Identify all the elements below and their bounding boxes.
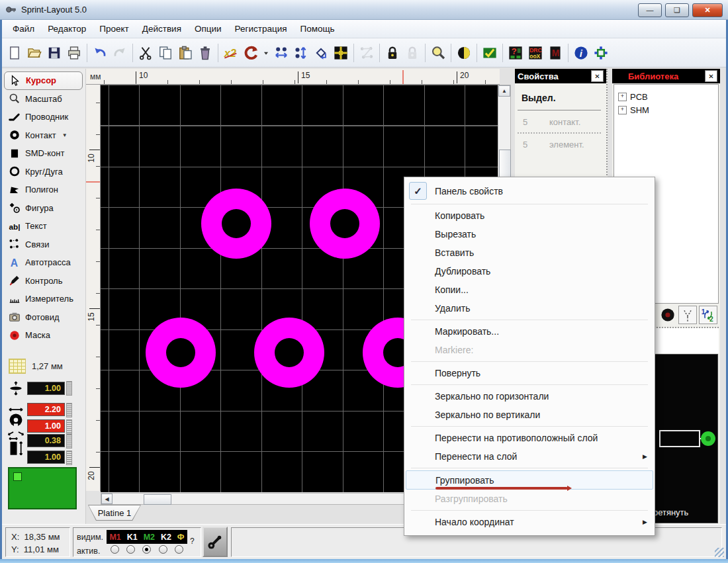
rotate-selection-icon[interactable] — [311, 42, 331, 64]
tree-item-shm[interactable]: + SHM — [618, 103, 718, 116]
context-item-Зеркально-по-вертикали[interactable]: Зеркально по вертикали — [404, 406, 655, 424]
mirror-horizontal-icon[interactable] — [271, 42, 291, 64]
paste-icon[interactable] — [175, 42, 195, 64]
tool-text[interactable]: ab|Текст — [2, 217, 85, 236]
save-icon[interactable] — [44, 42, 64, 64]
tool-polygon[interactable]: Полигон — [2, 181, 85, 199]
active-layer-radio-M2[interactable] — [142, 545, 151, 554]
board-overview-preview[interactable] — [8, 467, 77, 509]
pad-shape-icon[interactable] — [659, 306, 676, 324]
context-item-Группировать[interactable]: Группировать — [406, 470, 653, 490]
tool-autoroute[interactable]: AАвтотрасса — [2, 253, 85, 272]
pcb-pad[interactable] — [254, 318, 324, 388]
connections-icon[interactable] — [357, 42, 377, 64]
tool-links[interactable]: Связи — [2, 236, 85, 254]
new-icon[interactable] — [5, 42, 24, 64]
context-item-Разгруппировать[interactable]: Разгруппировать — [404, 490, 655, 508]
menu-item-Редактор[interactable]: Редактор — [41, 21, 93, 36]
pad-drill-spinner[interactable] — [66, 419, 72, 434]
tool-contact[interactable]: Контакт▼ — [2, 126, 85, 145]
tree-item-pcb[interactable]: + PCB — [618, 90, 718, 103]
layer-label-M1[interactable]: M1 — [109, 533, 120, 542]
menu-item-Регистрация[interactable]: Регистрация — [228, 21, 294, 36]
tool-cursor[interactable]: Курсор — [4, 71, 83, 90]
context-item-Начало-координат[interactable]: Начало координат▶ — [404, 513, 655, 531]
redo-icon[interactable] — [110, 42, 130, 64]
help-board-icon[interactable]: ? — [506, 42, 525, 64]
tool-measure[interactable]: Измеритель — [2, 290, 85, 308]
photoview-icon[interactable] — [454, 42, 474, 64]
context-item-Копии-[interactable]: Копии... — [404, 281, 655, 299]
delete-icon[interactable] — [195, 42, 215, 64]
cut-icon[interactable] — [136, 42, 156, 64]
drc-icon[interactable]: DRCooX — [525, 42, 545, 64]
context-item-Вставить[interactable]: Вставить — [404, 243, 655, 262]
menu-item-Помощь[interactable]: Помощь — [294, 21, 341, 36]
properties-close-button[interactable]: ✕ — [591, 70, 604, 82]
copy-icon[interactable] — [156, 42, 175, 64]
active-layer-radio-K1[interactable] — [126, 545, 135, 554]
pcb-pad[interactable] — [310, 189, 380, 259]
menu-item-Опции[interactable]: Опции — [188, 21, 228, 36]
swap-layers-icon[interactable]: 12 — [699, 306, 717, 324]
tool-smd[interactable]: SMD-конт — [2, 144, 85, 163]
layer-visibility-box[interactable]: M1K1M2K2Ф — [107, 530, 187, 544]
layer-label-K2[interactable]: K2 — [161, 533, 171, 542]
tree-expand-icon[interactable]: + — [618, 93, 627, 101]
context-item-Копировать[interactable]: Копировать — [404, 206, 655, 225]
context-item-Маркировать-[interactable]: Маркировать... — [404, 322, 655, 341]
title-bar[interactable]: Sprint-Layout 5.0 — ❏ ✕ — [0, 0, 728, 20]
layer-label-Ф[interactable]: Ф — [177, 533, 185, 542]
tool-control[interactable]: Контроль — [2, 272, 85, 290]
close-button[interactable]: ✕ — [692, 3, 723, 17]
layer-label-K1[interactable]: K1 — [127, 533, 138, 542]
smd-height-field[interactable]: 1.00 — [27, 451, 65, 464]
context-item-Markiere-[interactable]: Markiere: — [404, 341, 655, 359]
track-width-field[interactable]: 1.00 — [27, 382, 65, 395]
test-icon[interactable] — [480, 42, 500, 64]
smd-width-field[interactable]: 0.38 — [27, 434, 65, 447]
context-item-Перенести-на-противоположный-слой[interactable]: Перенести на противоположный слой — [404, 429, 655, 447]
tool-figure[interactable]: Фигура — [2, 199, 85, 218]
unlock-icon[interactable] — [402, 42, 422, 64]
tool-mask[interactable]: Маска — [2, 326, 85, 345]
context-item-Дублировать[interactable]: Дублировать — [404, 262, 655, 281]
menu-item-Действия[interactable]: Действия — [136, 21, 188, 36]
info-icon[interactable]: i — [571, 42, 591, 64]
properties-panel-titlebar[interactable]: Свойства ✕ — [515, 69, 606, 83]
grid-setting[interactable]: 1,27 мм — [9, 359, 63, 374]
status-tool-button[interactable] — [203, 527, 228, 557]
pad-outer-field[interactable]: 2.20 — [27, 403, 65, 416]
library-close-button[interactable]: ✕ — [705, 70, 717, 82]
board-tab[interactable]: Platine 1 — [88, 505, 141, 521]
layer-help-link[interactable]: ? — [190, 537, 195, 546]
pcb-pad[interactable] — [201, 189, 271, 259]
active-layer-radio-M1[interactable] — [111, 545, 119, 554]
tool-circle[interactable]: Круг/Дуга — [2, 163, 85, 181]
tool-conductor[interactable]: Проводник — [2, 108, 85, 126]
menu-item-Проект[interactable]: Проект — [93, 21, 135, 36]
maximize-button[interactable]: ❏ — [665, 3, 689, 17]
tool-photoview[interactable]: Фотовид — [2, 308, 85, 327]
context-item-Повернуть[interactable]: Повернуть — [404, 364, 655, 382]
track-width-spinner[interactable] — [66, 381, 72, 396]
scroll-up-button[interactable]: ▲ — [498, 85, 510, 97]
macro-icon[interactable]: M — [545, 42, 565, 64]
context-item-Удалить[interactable]: Удалить — [404, 299, 655, 318]
resize-grip[interactable] — [715, 548, 724, 557]
open-icon[interactable] — [24, 42, 44, 64]
pad-outer-spinner[interactable] — [66, 403, 72, 417]
active-layer-radio-Ф[interactable] — [175, 545, 183, 554]
rotate-dropdown-icon[interactable] — [261, 42, 271, 64]
contact-dropdown-icon[interactable]: ▼ — [62, 132, 68, 138]
footprint-icon[interactable] — [591, 42, 611, 64]
undo-icon[interactable] — [90, 42, 110, 64]
track-bend-icon[interactable] — [678, 306, 697, 324]
zoom-icon[interactable] — [428, 42, 448, 64]
mirror-vertical-icon[interactable] — [291, 42, 311, 64]
context-item-Зеркально-по-горизонтали[interactable]: Зеркально по горизонтали — [404, 387, 655, 406]
horizontal-scroll-thumb[interactable] — [144, 494, 171, 505]
tool-zoom[interactable]: Масштаб — [2, 90, 85, 108]
scroll-left-button[interactable]: ◀ — [101, 494, 113, 504]
tree-expand-icon[interactable]: + — [618, 106, 627, 114]
